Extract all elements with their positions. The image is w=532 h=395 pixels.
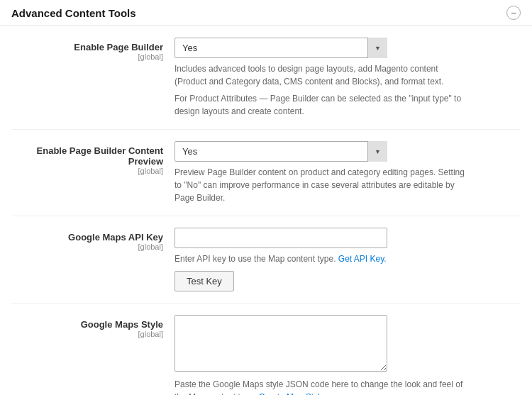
enable-page-builder-label: Enable Page Builder [11, 42, 163, 52]
google-maps-api-key-input[interactable] [174, 228, 387, 248]
field-col: Paste the Google Maps style JSON code he… [174, 315, 521, 395]
label-col: Enable Page Builder [global] [11, 38, 174, 61]
label-col: Google Maps API Key [global] [11, 228, 174, 251]
field-col: Yes No Preview Page Builder content on p… [174, 141, 521, 204]
field-col: Yes No Includes advanced tools to design… [174, 38, 521, 118]
content-area: Enable Page Builder [global] Yes No Incl… [0, 26, 532, 395]
enable-preview-scope: [global] [11, 167, 163, 175]
google-maps-api-key-description: Enter API key to use the Map content typ… [174, 252, 472, 265]
google-maps-style-label: Google Maps Style [11, 319, 163, 330]
enable-page-builder-description: Includes advanced tools to design page l… [174, 62, 472, 118]
enable-page-builder-select-wrapper: Yes No [174, 38, 387, 58]
google-maps-api-key-scope: [global] [11, 243, 163, 251]
test-key-button[interactable]: Test Key [174, 271, 234, 291]
field-col: Enter API key to use the Map content typ… [174, 228, 521, 291]
page-container: Advanced Content Tools − Enable Page Bui… [0, 0, 532, 395]
enable-preview-row: Enable Page Builder Content Preview [glo… [11, 130, 521, 216]
label-col: Enable Page Builder Content Preview [glo… [11, 141, 174, 175]
label-col: Google Maps Style [global] [11, 315, 174, 338]
google-maps-style-scope: [global] [11, 330, 163, 338]
google-maps-style-textarea[interactable] [174, 315, 387, 372]
enable-preview-description: Preview Page Builder content on product … [174, 166, 472, 204]
google-maps-style-description: Paste the Google Maps style JSON code he… [174, 378, 472, 395]
section-header: Advanced Content Tools − [0, 0, 532, 26]
google-maps-style-row: Google Maps Style [global] Paste the Goo… [11, 304, 521, 395]
enable-page-builder-row: Enable Page Builder [global] Yes No Incl… [11, 26, 521, 130]
enable-preview-label: Enable Page Builder Content Preview [11, 145, 163, 167]
enable-page-builder-scope: [global] [11, 52, 163, 61]
create-map-style-link[interactable]: Create Map Style. [259, 392, 327, 395]
get-api-key-link[interactable]: Get API Key. [338, 254, 387, 264]
google-maps-api-key-row: Google Maps API Key [global] Enter API k… [11, 216, 521, 304]
google-maps-api-key-label: Google Maps API Key [11, 232, 163, 243]
page-title: Advanced Content Tools [11, 7, 136, 19]
enable-preview-select[interactable]: Yes No [174, 141, 387, 162]
minus-icon: − [511, 7, 516, 18]
enable-preview-select-wrapper: Yes No [174, 141, 387, 162]
collapse-button[interactable]: − [506, 6, 521, 20]
enable-page-builder-select[interactable]: Yes No [174, 38, 387, 58]
